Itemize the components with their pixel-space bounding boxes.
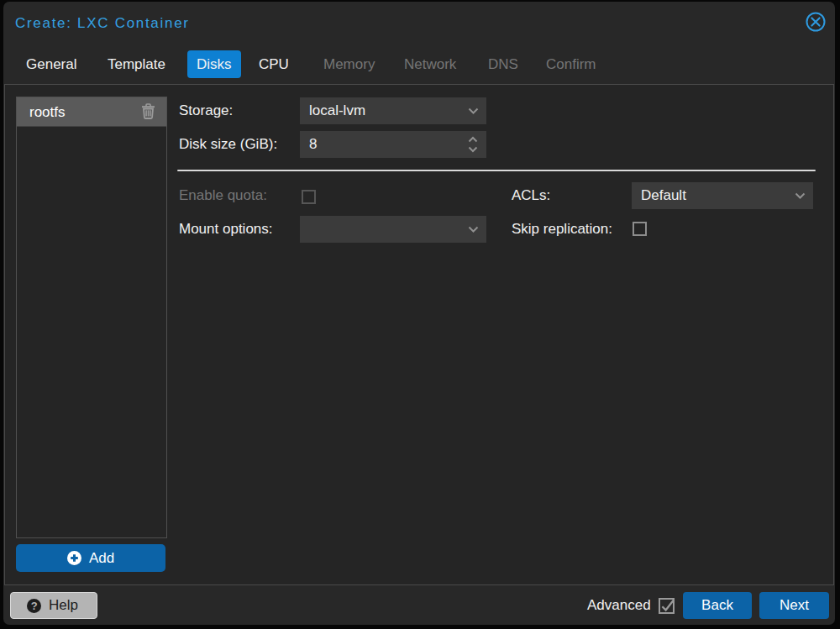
add-button[interactable]: Add bbox=[16, 544, 165, 572]
back-button[interactable]: Back bbox=[683, 592, 752, 619]
question-circle-icon: ? bbox=[27, 599, 41, 613]
help-button-label: Help bbox=[49, 597, 78, 614]
tab-dns: DNS bbox=[479, 50, 528, 78]
advanced-separator bbox=[177, 170, 816, 171]
mount-options-label: Mount options: bbox=[179, 216, 273, 243]
disks-tab-panel: rootfs Add Stora bbox=[4, 84, 834, 585]
storage-value: local-lvm bbox=[309, 102, 365, 118]
plus-circle-icon bbox=[67, 551, 81, 565]
disk-size-label: Disk size (GiB): bbox=[179, 131, 277, 158]
tab-general[interactable]: General bbox=[17, 50, 86, 78]
tab-network: Network bbox=[395, 50, 465, 78]
help-button[interactable]: ? Help bbox=[10, 592, 97, 619]
list-item-rootfs[interactable]: rootfs bbox=[17, 97, 166, 127]
next-button-label: Next bbox=[780, 597, 809, 614]
enable-quota-checkbox bbox=[302, 190, 316, 204]
svg-text:?: ? bbox=[31, 600, 38, 612]
add-button-label: Add bbox=[89, 550, 114, 567]
dialog-title: Create: LXC Container bbox=[15, 15, 190, 32]
mountpoint-list: rootfs bbox=[16, 97, 167, 538]
trash-icon[interactable] bbox=[141, 103, 155, 119]
chevron-down-icon[interactable] bbox=[468, 107, 479, 114]
enable-quota-label: Enable quota: bbox=[179, 182, 267, 209]
tab-memory: Memory bbox=[314, 50, 384, 78]
tab-template[interactable]: Template bbox=[98, 50, 175, 78]
chevron-down-icon[interactable] bbox=[468, 226, 479, 233]
tab-confirm: Confirm bbox=[537, 50, 606, 78]
close-icon[interactable] bbox=[805, 11, 827, 33]
skip-replication-label: Skip replication: bbox=[512, 216, 612, 243]
advanced-checkbox[interactable] bbox=[659, 598, 675, 614]
next-button[interactable]: Next bbox=[759, 592, 829, 619]
acls-combobox[interactable]: Default bbox=[632, 182, 813, 209]
back-button-label: Back bbox=[701, 597, 733, 614]
skip-replication-checkbox[interactable] bbox=[633, 222, 647, 236]
spinner-down-icon[interactable] bbox=[468, 146, 478, 153]
tab-disks[interactable]: Disks bbox=[187, 50, 241, 78]
disk-size-spinner[interactable]: 8 bbox=[300, 131, 486, 158]
chevron-down-icon[interactable] bbox=[795, 192, 806, 199]
advanced-label: Advanced bbox=[587, 592, 651, 619]
acls-label: ACLs: bbox=[512, 182, 550, 209]
storage-label: Storage: bbox=[179, 97, 233, 124]
spinner-up-icon[interactable] bbox=[468, 136, 478, 143]
list-item-label: rootfs bbox=[29, 104, 66, 120]
disk-size-value: 8 bbox=[309, 136, 317, 152]
mount-options-combobox[interactable] bbox=[300, 216, 486, 243]
dialog-footer: ? Help Advanced Back Next bbox=[3, 586, 835, 625]
acls-value: Default bbox=[641, 187, 686, 203]
create-lxc-container-dialog: Create: LXC Container General Template D… bbox=[3, 2, 835, 625]
tab-cpu[interactable]: CPU bbox=[249, 50, 298, 78]
storage-combobox[interactable]: local-lvm bbox=[300, 97, 486, 124]
